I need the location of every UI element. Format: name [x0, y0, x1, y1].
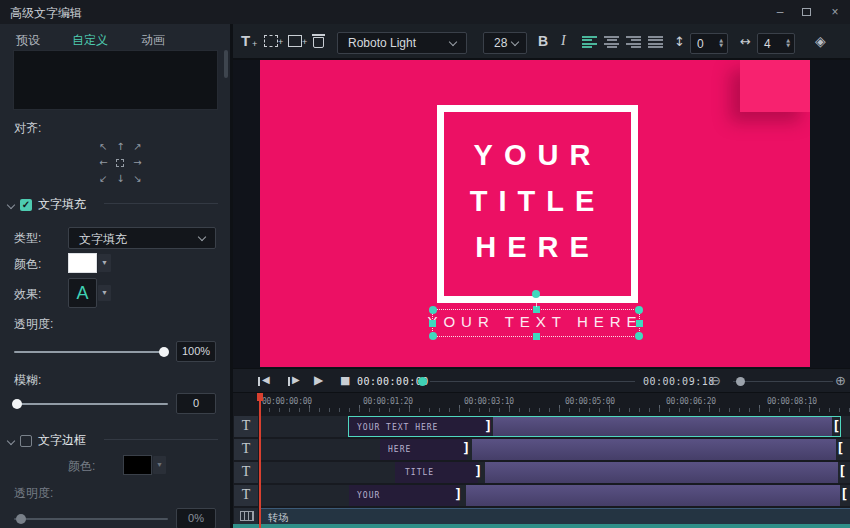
selection-handle-s[interactable] [533, 333, 540, 340]
text-border-checkbox[interactable] [20, 435, 32, 447]
align-top-left-icon[interactable]: ↖ [95, 139, 112, 155]
timeline-zoom-track[interactable] [733, 381, 833, 382]
trim-bracket-icon[interactable]: [ [840, 486, 848, 502]
blur-slider[interactable] [14, 403, 168, 405]
delete-icon[interactable] [313, 37, 324, 48]
tab-presets[interactable]: 预设 [16, 32, 40, 49]
stepper-down-icon[interactable]: ▼ [786, 43, 790, 48]
playhead-cap[interactable] [257, 393, 263, 401]
align-text-center-icon[interactable] [604, 36, 619, 48]
tab-animation[interactable]: 动画 [141, 32, 165, 49]
align-bottom-icon[interactable]: ↓ [112, 171, 129, 187]
effect-dropdown-arrow[interactable]: ▼ [98, 285, 111, 301]
font-family-dropdown[interactable]: Roboto Light [337, 32, 467, 54]
ruler-minor-ticks[interactable] [259, 408, 850, 412]
selection-handle-sw[interactable] [429, 332, 437, 340]
next-frame-icon[interactable]: ▶ [292, 374, 300, 385]
close-icon[interactable]: × [827, 4, 843, 20]
align-right-icon[interactable]: → [129, 155, 146, 171]
advanced-settings-icon[interactable]: ◈ [815, 33, 826, 49]
track-head-text-1[interactable]: T [234, 416, 258, 437]
border-opacity-value[interactable]: 0% [176, 508, 216, 528]
clip-your[interactable]: YOUR ] [ [349, 485, 848, 506]
text-fill-checkbox[interactable]: ✓ [20, 199, 32, 211]
selection-handle-n[interactable] [533, 306, 540, 313]
trim-bracket-icon[interactable]: ] [474, 463, 482, 479]
align-left-icon[interactable]: ← [95, 155, 112, 171]
fill-opacity-slider-handle[interactable] [159, 347, 169, 357]
seek-handle[interactable] [418, 377, 427, 386]
stop-icon[interactable]: ■ [340, 374, 350, 387]
maximize-icon[interactable] [802, 8, 811, 16]
align-bottom-left-icon[interactable]: ↙ [95, 171, 112, 187]
blur-slider-handle[interactable] [12, 399, 22, 409]
selection-box[interactable] [432, 309, 640, 337]
trim-bracket-icon[interactable]: ] [484, 418, 492, 434]
minimize-icon[interactable]: – [772, 4, 788, 20]
title-line[interactable]: YOUR [444, 132, 631, 178]
zoom-out-icon[interactable]: ⊖ [710, 373, 721, 388]
fill-opacity-slider[interactable] [14, 351, 168, 353]
align-top-icon[interactable]: ↑ [112, 139, 129, 155]
add-text-icon[interactable]: T [241, 32, 250, 49]
clip-here[interactable]: HERE ] [ [380, 439, 844, 460]
fill-color-swatch[interactable] [68, 253, 97, 273]
align-bottom-right-icon[interactable]: ↘ [129, 171, 146, 187]
play-icon[interactable]: ▶ [314, 373, 323, 387]
tab-customize[interactable]: 自定义 [72, 32, 108, 49]
line-spacing-icon[interactable]: ↕ [674, 34, 685, 49]
trim-bracket-icon[interactable]: [ [832, 418, 840, 434]
align-text-left-icon[interactable] [582, 36, 597, 48]
trim-bracket-icon[interactable]: ] [462, 440, 470, 456]
trim-bracket-icon[interactable]: ] [454, 486, 462, 502]
track-head-text-4[interactable]: T [234, 485, 258, 506]
add-image-icon[interactable] [288, 35, 302, 47]
border-color-swatch[interactable] [123, 455, 152, 475]
title-line[interactable]: TITLE [444, 178, 631, 224]
fill-color-dropdown-arrow[interactable]: ▼ [98, 254, 111, 272]
italic-button[interactable]: I [561, 33, 566, 49]
border-color-dropdown-arrow[interactable]: ▼ [153, 456, 166, 474]
prev-frame-icon[interactable]: ◀ [262, 374, 270, 385]
video-canvas[interactable]: YOUR TITLE HERE YOUR TEXT HERE [260, 60, 810, 367]
align-text-justify-icon[interactable] [648, 36, 663, 48]
blur-value[interactable]: 0 [176, 393, 216, 414]
seek-track[interactable] [430, 381, 635, 382]
chevron-down-icon[interactable] [7, 201, 15, 209]
line-spacing-stepper[interactable]: 0 ▲ ▼ [690, 33, 728, 54]
transition-track[interactable]: 转场 [259, 508, 850, 524]
rotation-handle[interactable] [532, 290, 540, 298]
timeline-zoom-handle[interactable] [736, 377, 745, 386]
zoom-in-icon[interactable]: ⊕ [835, 373, 846, 388]
title-line[interactable]: HERE [444, 224, 631, 270]
sidebar-scrollbar[interactable] [224, 50, 228, 78]
letter-spacing-icon[interactable]: ↔ [740, 34, 751, 49]
track-head-text-3[interactable]: T [234, 462, 258, 483]
chevron-down-icon[interactable] [7, 437, 15, 445]
border-opacity-slider[interactable] [14, 518, 168, 520]
selection-handle-ne[interactable] [635, 306, 643, 314]
selection-handle-nw[interactable] [429, 306, 437, 314]
add-textbox-icon[interactable] [264, 35, 278, 47]
fill-type-dropdown[interactable]: 文字填充 [68, 227, 216, 249]
stepper-down-icon[interactable]: ▼ [719, 43, 723, 48]
font-size-dropdown[interactable]: 28 [483, 32, 527, 54]
clip-title[interactable]: TITLE ] [ [395, 462, 846, 483]
timeline-scrollbar[interactable] [233, 524, 850, 528]
fill-opacity-value[interactable]: 100% [176, 341, 216, 362]
align-text-right-icon[interactable] [626, 36, 641, 48]
letter-spacing-stepper[interactable]: 4 ▲ ▼ [757, 33, 795, 54]
track-head-text-2[interactable]: T [234, 439, 258, 460]
track-head-transition[interactable] [234, 508, 258, 524]
align-center-icon[interactable] [116, 159, 124, 167]
trim-bracket-icon[interactable]: [ [838, 463, 846, 479]
selection-handle-se[interactable] [635, 332, 643, 340]
border-opacity-slider-handle[interactable] [16, 514, 26, 524]
bold-button[interactable]: B [538, 33, 548, 49]
trim-bracket-icon[interactable]: [ [836, 440, 844, 456]
selection-handle-e[interactable] [636, 320, 643, 327]
clip-your-text-here[interactable]: YOUR TEXT HERE ] [ [348, 416, 841, 437]
title-frame[interactable]: YOUR TITLE HERE [437, 105, 638, 303]
align-top-right-icon[interactable]: ↗ [129, 139, 146, 155]
effect-swatch[interactable]: A [68, 278, 97, 308]
